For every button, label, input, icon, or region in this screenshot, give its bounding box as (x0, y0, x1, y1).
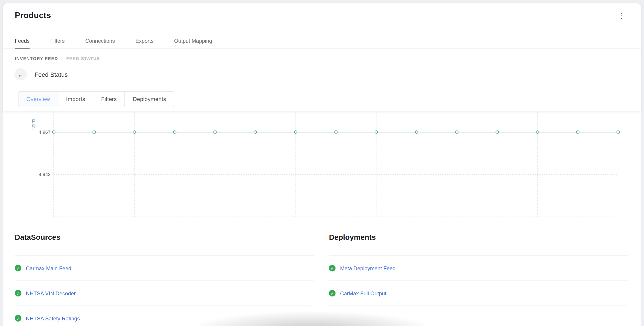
back-arrow-icon: ← (18, 71, 24, 78)
deployments-heading: Deployments (329, 232, 628, 242)
subtab-imports[interactable]: Imports (58, 91, 94, 107)
svg-text:Items: Items (30, 119, 36, 130)
tab-output-mapping[interactable]: Output Mapping (174, 38, 212, 49)
back-button[interactable]: ← (14, 68, 27, 80)
breadcrumb-separator: / (61, 56, 63, 61)
page-title: Products (15, 11, 51, 20)
sub-tabbar: Overview Imports Filters Deployments (18, 91, 174, 107)
datasource-link[interactable]: NHTSA Safety Ratings (26, 315, 80, 322)
list-item: ✓ NHTSA Safety Ratings (15, 306, 314, 326)
list-item: ✓ CarMax Full Output (329, 281, 628, 306)
datasources-section: DataSources ✓ Carmax Main Feed ✓ NHTSA V… (15, 232, 314, 326)
deployment-link[interactable]: CarMax Full Output (340, 290, 386, 296)
subtab-deployments[interactable]: Deployments (125, 91, 174, 107)
check-circle-icon: ✓ (15, 315, 21, 322)
list-item: ✓ NHTSA VIN Decoder (15, 281, 314, 306)
breadcrumb-parent[interactable]: INVENTORY FEED (15, 56, 58, 61)
page-header: Products ⋮ Feeds Filters Connections Exp… (3, 3, 641, 111)
feed-status-title: Feed Status (34, 71, 68, 78)
svg-text:4,967: 4,967 (39, 130, 50, 134)
datasources-heading: DataSources (15, 232, 314, 242)
deployments-section: Deployments ✓ Meta Deployment Feed ✓ Car… (329, 232, 628, 306)
subtab-filters[interactable]: Filters (93, 91, 125, 107)
app-window: Products ⋮ Feeds Filters Connections Exp… (0, 0, 644, 326)
breadcrumb: INVENTORY FEED / FEED STATUS (15, 56, 100, 61)
subtab-overview[interactable]: Overview (18, 91, 58, 107)
main-tabbar: Feeds Filters Connections Exports Output… (15, 38, 212, 49)
feed-items-chart: 4,9674,942Items (3, 111, 641, 218)
tab-exports[interactable]: Exports (136, 38, 154, 49)
tab-filters[interactable]: Filters (50, 38, 65, 49)
list-item: ✓ Meta Deployment Feed (329, 256, 628, 281)
tab-feeds[interactable]: Feeds (15, 38, 30, 49)
list-item: ✓ Carmax Main Feed (15, 256, 314, 281)
datasource-link[interactable]: NHTSA VIN Decoder (26, 290, 76, 296)
check-circle-icon: ✓ (15, 265, 21, 271)
check-circle-icon: ✓ (15, 290, 21, 296)
svg-text:4,942: 4,942 (39, 172, 50, 177)
kebab-menu-icon[interactable]: ⋮ (617, 12, 626, 20)
check-circle-icon: ✓ (329, 265, 336, 271)
feed-items-chart-svg: 4,9674,942Items (3, 111, 641, 218)
check-circle-icon: ✓ (329, 290, 336, 296)
deployment-link[interactable]: Meta Deployment Feed (340, 265, 396, 271)
datasource-link[interactable]: Carmax Main Feed (26, 265, 72, 271)
tab-connections[interactable]: Connections (85, 38, 115, 49)
breadcrumb-current: FEED STATUS (66, 56, 100, 61)
